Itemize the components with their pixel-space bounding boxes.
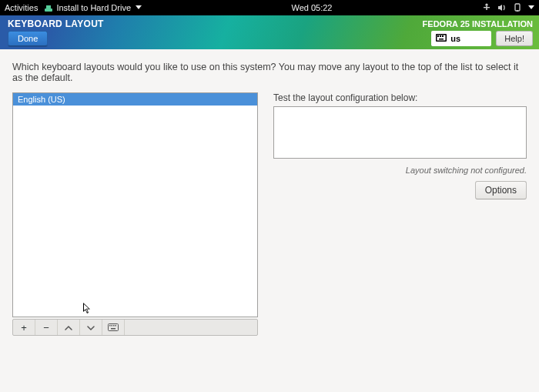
volume-icon[interactable] (497, 3, 507, 12)
gnome-top-bar: Activities Install to Hard Drive Wed 05:… (0, 0, 539, 15)
caret-down-icon (136, 5, 142, 10)
svg-rect-6 (517, 11, 518, 12)
clock: Wed 05:22 (291, 3, 332, 12)
preview-layout-button[interactable] (102, 320, 125, 335)
svg-rect-0 (45, 8, 52, 12)
done-button[interactable]: Done (8, 31, 48, 46)
svg-rect-15 (112, 325, 113, 327)
layout-toolbar: + − (12, 319, 258, 336)
keyboard-icon (436, 34, 447, 43)
svg-rect-13 (109, 323, 119, 330)
layout-list-item[interactable]: English (US) (13, 93, 257, 106)
svg-rect-5 (515, 4, 520, 11)
help-button[interactable]: Help! (496, 31, 533, 46)
test-input[interactable] (273, 106, 527, 159)
move-down-button[interactable] (80, 320, 102, 335)
remove-layout-button[interactable]: − (35, 320, 58, 335)
accessibility-icon[interactable] (482, 3, 491, 12)
svg-rect-4 (484, 7, 490, 8)
app-name: Install to Hard Drive (56, 3, 131, 12)
power-icon[interactable] (513, 3, 522, 12)
keyboard-small-icon (108, 322, 119, 333)
layout-code: us (450, 34, 460, 43)
svg-point-2 (485, 4, 487, 6)
chevron-down-icon (87, 322, 95, 333)
installer-header: KEYBOARD LAYOUT FEDORA 25 INSTALLATION D… (0, 15, 539, 49)
options-button[interactable]: Options (475, 181, 527, 199)
switching-note: Layout switching not configured. (273, 166, 527, 175)
product-label: FEDORA 25 INSTALLATION (423, 19, 533, 28)
svg-rect-11 (442, 35, 444, 37)
add-layout-button[interactable]: + (13, 320, 35, 335)
svg-rect-1 (46, 5, 51, 8)
installer-body: Which keyboard layouts would you like to… (0, 49, 539, 348)
toolbar-spacer (125, 320, 257, 335)
current-app-menu[interactable]: Install to Hard Drive (44, 3, 142, 12)
instruction-text: Which keyboard layouts would you like to… (12, 62, 527, 83)
activities-button[interactable]: Activities (5, 3, 38, 12)
test-label: Test the layout configuration below: (273, 92, 527, 103)
chevron-up-icon (65, 322, 72, 333)
svg-rect-17 (116, 325, 117, 327)
svg-rect-16 (113, 325, 115, 327)
layout-list[interactable]: English (US) (12, 92, 258, 317)
svg-rect-9 (437, 35, 439, 37)
svg-rect-10 (440, 35, 441, 37)
svg-rect-3 (486, 6, 487, 10)
system-menu-caret-icon[interactable] (528, 5, 534, 10)
anaconda-icon (44, 3, 53, 12)
svg-rect-12 (439, 39, 444, 40)
move-up-button[interactable] (58, 320, 80, 335)
page-title: KEYBOARD LAYOUT (8, 18, 104, 29)
svg-rect-18 (111, 328, 116, 330)
layout-indicator[interactable]: us (431, 31, 491, 46)
svg-rect-14 (109, 325, 111, 327)
